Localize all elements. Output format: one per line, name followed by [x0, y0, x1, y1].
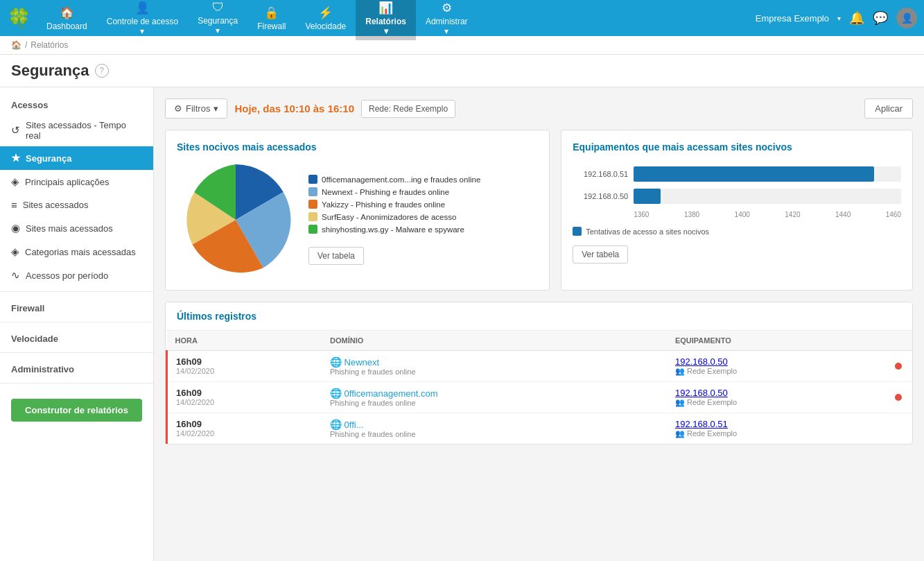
page-header: Segurança ?: [0, 55, 924, 87]
sidebar-item-sites-mais-acessados[interactable]: ◉ Sites mais acessados: [0, 216, 153, 240]
sidebar-section-administrativo: Administrativo: [0, 357, 153, 379]
nav-firewall[interactable]: 🔒 Firewall: [247, 1, 295, 35]
bar-outer-1: [634, 189, 901, 204]
cell-domain-1: 🌐 0fficemanagement.com Phishing e fraude…: [322, 382, 667, 413]
cell-time-0: 16h09 14/02/2020: [167, 351, 322, 382]
construtor-relatorios-button[interactable]: Construtor de relatórios: [11, 399, 142, 422]
bar-ver-tabela-button[interactable]: Ver tabela: [573, 245, 628, 264]
bar-axis: 1360 1380 1400 1420 1440 1460: [573, 211, 901, 218]
cell-time-2: 16h09 14/02/2020: [167, 413, 322, 445]
bar-label-0: 192.168.0.51: [573, 170, 628, 178]
cell-domain-2: 🌐 0ffi... Phishing e fraudes online: [322, 413, 667, 445]
legend-dot-4: [308, 225, 317, 234]
records-header-row: HORA DOMÍNIO EQUIPAMENTO: [167, 331, 913, 351]
lock-icon: 🔒: [264, 6, 279, 20]
pie-ver-tabela-button[interactable]: Ver tabela: [308, 247, 364, 265]
nav-relatorios[interactable]: 📊 Relatórios ▾: [356, 0, 416, 40]
col-equipamento: EQUIPAMENTO: [667, 331, 884, 351]
top-navigation: 🍀 🏠 Dashboard 👤 Controle de acesso ▾ 🛡 S…: [0, 0, 924, 36]
nav-seguranca[interactable]: 🛡 Segurança ▾: [188, 0, 247, 40]
pie-chart-card: Sites nocivos mais acessados: [165, 130, 550, 291]
last-records-title: Últimos registros: [166, 302, 912, 331]
speed-icon: ⚡: [318, 6, 333, 20]
status-dot-0: [895, 363, 902, 370]
breadcrumb-separator: /: [25, 40, 27, 50]
home-breadcrumb[interactable]: 🏠: [11, 40, 21, 50]
legend-dot-1: [308, 187, 317, 196]
bar-inner-0: [634, 166, 874, 182]
table-row: 16h09 14/02/2020 🌐 0ffi... Phishing e fr…: [167, 413, 913, 445]
pie-legend: 0fficemanagement.com...ing e fraudes onl…: [308, 175, 480, 265]
legend-dot-2: [308, 200, 317, 209]
bar-inner-1: [634, 189, 661, 204]
table-row: 16h09 14/02/2020 🌐 Newnext Phishing e fr…: [167, 351, 913, 382]
sidebar-item-principais-aplicacoes[interactable]: ◈ Principais aplicações: [0, 170, 153, 193]
gear-icon: ⚙: [442, 1, 452, 15]
empresa-selector[interactable]: Empresa Exemplo: [756, 13, 829, 24]
circle-icon: ◉: [11, 222, 20, 234]
legend-item-2: Yakizzy - Phishing e fraudes online: [308, 200, 480, 209]
legend-item-0: 0fficemanagement.com...ing e fraudes onl…: [308, 175, 480, 184]
records-table-head: HORA DOMÍNIO EQUIPAMENTO: [167, 331, 913, 351]
dropdown-icon: ▾: [213, 103, 218, 114]
nav-velocidade[interactable]: ⚡ Velocidade: [296, 1, 356, 35]
col-hora: HORA: [167, 331, 322, 351]
col-dominio: DOMÍNIO: [322, 331, 667, 351]
apps-icon: ◈: [11, 175, 19, 188]
sidebar-item-acessos-periodo[interactable]: ∿ Acessos por período: [0, 264, 153, 287]
cta-wrap: Construtor de relatórios: [0, 388, 153, 433]
status-dot-1: [895, 394, 902, 401]
bar-legend: Tentativas de acesso a sites nocivos: [573, 227, 901, 236]
globe-icon-0: 🌐: [330, 356, 342, 368]
breadcrumb-current: Relatórios: [30, 40, 68, 50]
sidebar-section-firewall: Firewall: [0, 296, 153, 318]
globe-icon-1: 🌐: [330, 388, 342, 399]
bar-chart-area: 192.168.0.51 192.168.0.50 1360: [573, 161, 901, 264]
sidebar-item-categorias[interactable]: ◈ Categorias mais acessadas: [0, 240, 153, 264]
records-table: HORA DOMÍNIO EQUIPAMENTO 16h09 14/02/202…: [166, 331, 912, 444]
shield-icon: 🛡: [212, 1, 224, 15]
home-icon: 🏠: [60, 6, 74, 20]
bar-label-1: 192.168.0.50: [573, 192, 628, 200]
aplicar-button[interactable]: Aplicar: [864, 98, 913, 119]
legend-dot-3: [308, 212, 317, 221]
bar-outer-0: [634, 166, 901, 182]
cell-time-1: 16h09 14/02/2020: [167, 382, 322, 413]
filtros-button[interactable]: ⚙ Filtros ▾: [165, 98, 227, 119]
cell-equip-2: 192.168.0.51 👥 Rede Exemplo: [667, 413, 884, 445]
notifications-icon[interactable]: 🔔: [849, 10, 864, 26]
sidebar-item-seguranca[interactable]: ★ Segurança: [0, 146, 153, 170]
help-icon[interactable]: 💬: [873, 10, 888, 26]
sidebar-item-sites-tempo-real[interactable]: ↺ Sites acessados - Tempo real: [0, 114, 153, 146]
table-row: 16h09 14/02/2020 🌐 0fficemanagement.com …: [167, 382, 913, 413]
topnav-right: Empresa Exemplo ▾ 🔔 💬 👤: [756, 8, 917, 28]
cell-dot-1: [884, 382, 912, 413]
globe-icon-2: 🌐: [330, 419, 342, 430]
cell-dot-2: [884, 413, 912, 445]
main-content: ⚙ Filtros ▾ Hoje, das 10:10 às 16:10 Red…: [154, 87, 924, 561]
nav-controle-acesso[interactable]: 👤 Controle de acesso ▾: [97, 0, 188, 40]
nav-administrar[interactable]: ⚙ Administrar ▾: [416, 0, 478, 40]
rede-badge[interactable]: Rede: Rede Exemplo: [361, 100, 455, 118]
legend-item-3: SurfEasy - Anonimizadores de acesso: [308, 212, 480, 221]
category-icon: ◈: [11, 245, 19, 258]
page-help-icon[interactable]: ?: [95, 64, 109, 78]
sidebar-item-sites-acessados[interactable]: ≡ Sites acessados: [0, 193, 153, 216]
pie-chart-content: 0fficemanagement.com...ing e fraudes onl…: [177, 161, 538, 279]
network-icon-1: 👥: [675, 398, 685, 406]
logo[interactable]: 🍀: [7, 7, 31, 30]
col-extra: [884, 331, 912, 351]
sidebar-section-acessos: Acessos: [0, 93, 153, 114]
main-layout: Acessos ↺ Sites acessados - Tempo real ★…: [0, 87, 924, 561]
user-icon: 👤: [135, 1, 150, 15]
nav-items: 🏠 Dashboard 👤 Controle de acesso ▾ 🛡 Seg…: [37, 0, 756, 40]
network-icon-2: 👥: [675, 429, 685, 438]
bar-chart-title: Equipamentos que mais acessam sites noci…: [573, 141, 901, 153]
period-icon: ∿: [11, 269, 20, 282]
bar-row-1: 192.168.0.50: [573, 189, 901, 204]
avatar[interactable]: 👤: [896, 8, 917, 28]
cell-dot-0: [884, 351, 912, 382]
cell-equip-0: 192.168.0.50 👥 Rede Exemplo: [667, 351, 884, 382]
nav-dashboard[interactable]: 🏠 Dashboard: [37, 1, 97, 35]
cell-domain-0: 🌐 Newnext Phishing e fraudes online: [322, 351, 667, 382]
